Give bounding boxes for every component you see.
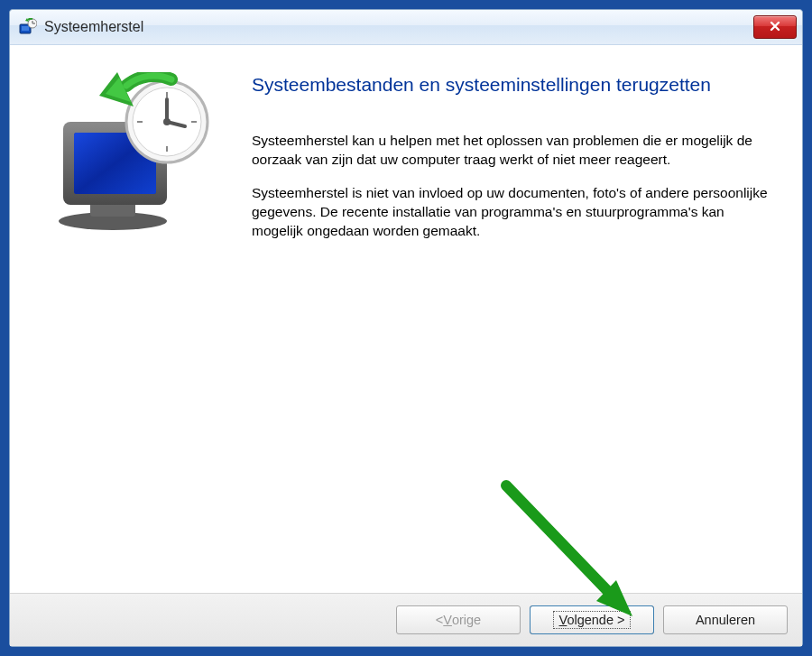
back-button-mnemonic: V xyxy=(443,613,452,627)
svg-rect-1 xyxy=(22,26,29,31)
wizard-body: Systeembestanden en systeeminstellingen … xyxy=(10,45,802,593)
back-button[interactable]: < Vorige xyxy=(396,605,521,634)
page-title: Systeembestanden en systeeminstellingen … xyxy=(252,72,775,97)
close-icon xyxy=(770,21,780,33)
system-restore-dialog: Systeemherstel xyxy=(9,9,803,647)
info-paragraph-1: Systeemherstel kan u helpen met het oplo… xyxy=(252,132,775,170)
back-button-prefix: < xyxy=(436,613,443,627)
back-button-rest: orige xyxy=(452,613,481,627)
info-paragraph-2: Systeemherstel is niet van invloed op uw… xyxy=(252,184,775,241)
wizard-footer: < Vorige Volgende > Annuleren xyxy=(10,593,802,646)
system-restore-illustration-icon xyxy=(36,72,217,235)
close-button[interactable] xyxy=(753,15,797,39)
cancel-button-label: Annuleren xyxy=(696,613,755,627)
cancel-button[interactable]: Annuleren xyxy=(663,605,788,634)
svg-point-19 xyxy=(163,118,171,125)
next-button[interactable]: Volgende > xyxy=(530,605,654,634)
title-bar: Systeemherstel xyxy=(10,10,802,45)
system-restore-icon xyxy=(19,18,37,36)
window-title: Systeemherstel xyxy=(44,19,753,35)
wizard-content-panel: Systeembestanden en systeeminstellingen … xyxy=(243,45,802,593)
next-button-rest: olgende > xyxy=(567,613,624,627)
wizard-illustration-panel xyxy=(10,45,243,593)
